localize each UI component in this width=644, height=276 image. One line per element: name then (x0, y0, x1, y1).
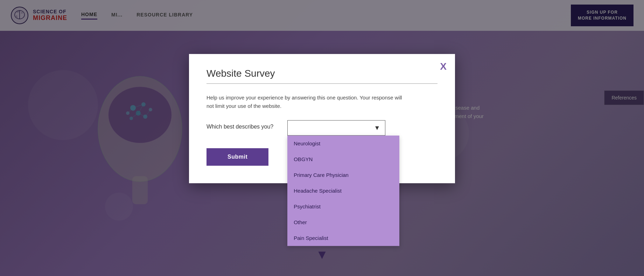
chevron-down-icon: ▼ (374, 124, 380, 132)
dropdown-item[interactable]: Pain Specialist (287, 230, 399, 246)
dropdown-wrapper: ▼ NeurologistOBGYNPrimary Care Physician… (287, 120, 385, 136)
modal-close-button[interactable]: X (440, 61, 447, 72)
dropdown-item[interactable]: Neurologist (287, 136, 399, 151)
submit-button[interactable]: Submit (206, 148, 268, 166)
modal-question-label: Which best describes you? (206, 120, 273, 130)
dropdown-item[interactable]: OBGYN (287, 151, 399, 167)
dropdown-item[interactable]: Primary Care Physician (287, 167, 399, 183)
modal-form-row: Which best describes you? ▼ NeurologistO… (206, 120, 438, 136)
survey-modal: X Website Survey Help us improve your ex… (189, 54, 455, 183)
dropdown-item[interactable]: Psychiatrist (287, 199, 399, 214)
dropdown-trigger[interactable]: ▼ (287, 120, 385, 136)
modal-divider (206, 83, 438, 84)
modal-title: Website Survey (206, 68, 438, 79)
modal-description: Help us improve your experience by answe… (206, 94, 410, 110)
dropdown-menu: NeurologistOBGYNPrimary Care PhysicianHe… (287, 136, 399, 246)
dropdown-item[interactable]: Headache Specialist (287, 183, 399, 199)
dropdown-item[interactable]: Other (287, 214, 399, 230)
